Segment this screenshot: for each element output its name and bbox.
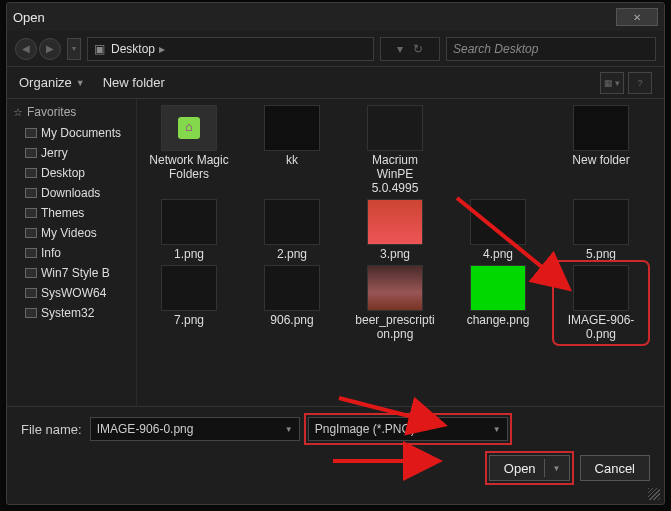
file-label: 7.png	[148, 311, 230, 327]
search-placeholder: Search Desktop	[453, 42, 538, 56]
file-label: kk	[251, 151, 333, 167]
nav-history-dropdown[interactable]: ▾	[67, 38, 81, 60]
file-item[interactable]: IMAGE-906-0.png	[557, 265, 645, 341]
file-thumbnail	[367, 265, 423, 311]
open-button[interactable]: Open ▼	[489, 455, 570, 481]
file-label: 5.png	[560, 245, 642, 261]
folder-icon	[25, 188, 37, 198]
file-thumbnail	[367, 105, 423, 151]
star-icon	[13, 105, 23, 119]
file-item[interactable]: beer_prescription.png	[351, 265, 439, 341]
close-button[interactable]: ✕	[616, 8, 658, 26]
folder-icon	[25, 308, 37, 318]
sidebar-item[interactable]: System32	[13, 303, 136, 323]
file-item[interactable]: change.png	[454, 265, 542, 341]
folder-icon	[25, 268, 37, 278]
folder-icon	[25, 288, 37, 298]
file-item[interactable]: 3.png	[351, 199, 439, 261]
folder-icon	[25, 248, 37, 258]
file-label: 906.png	[251, 311, 333, 327]
file-list[interactable]: ⌂Network Magic FolderskkMacrium WinPE 5.…	[137, 99, 664, 406]
main-area: Favorites My DocumentsJerryDesktopDownlo…	[7, 99, 664, 406]
filetype-select[interactable]: PngImage (*.PNG) ▼	[308, 417, 508, 441]
cancel-button[interactable]: Cancel	[580, 455, 650, 481]
file-label: IMAGE-906-0.png	[560, 311, 642, 341]
file-thumbnail	[264, 199, 320, 245]
file-thumbnail	[367, 199, 423, 245]
chevron-right-icon: ▸	[159, 42, 165, 56]
file-item[interactable]: 1.png	[145, 199, 233, 261]
file-label: Network Magic Folders	[148, 151, 230, 181]
view-mode-button[interactable]: ▦ ▾	[600, 72, 624, 94]
file-item[interactable]: 906.png	[248, 265, 336, 341]
chevron-down-icon: ▼	[76, 78, 85, 88]
file-thumbnail: ⌂	[161, 105, 217, 151]
folder-icon	[25, 168, 37, 178]
file-thumbnail	[573, 265, 629, 311]
breadcrumb-location: Desktop	[111, 42, 155, 56]
open-file-dialog: Open ✕ ◀ ▶ ▾ ▣ Desktop ▸ ▾↻ Search Deskt…	[6, 2, 665, 505]
folder-icon	[25, 148, 37, 158]
path-refresh[interactable]: ▾↻	[380, 37, 440, 61]
sidebar-item[interactable]: Downloads	[13, 183, 136, 203]
file-thumbnail	[161, 265, 217, 311]
file-item[interactable]: Macrium WinPE 5.0.4995	[351, 105, 439, 195]
sidebar-item[interactable]: My Videos	[13, 223, 136, 243]
nav-forward-button[interactable]: ▶	[39, 38, 61, 60]
file-item[interactable]: 2.png	[248, 199, 336, 261]
chevron-down-icon: ▼	[553, 464, 561, 473]
sidebar-item[interactable]: SysWOW64	[13, 283, 136, 303]
file-label: 1.png	[148, 245, 230, 261]
file-label: Macrium WinPE 5.0.4995	[354, 151, 436, 195]
view-controls: ▦ ▾ ?	[600, 72, 652, 94]
folder-icon: ▣	[94, 42, 105, 56]
new-folder-button[interactable]: New folder	[103, 75, 165, 90]
file-label: New folder	[560, 151, 642, 167]
file-label: beer_prescription.png	[354, 311, 436, 341]
chevron-down-icon: ▼	[493, 425, 501, 434]
breadcrumb[interactable]: ▣ Desktop ▸	[87, 37, 374, 61]
file-thumbnail	[264, 105, 320, 151]
file-thumbnail	[573, 199, 629, 245]
file-label: 4.png	[457, 245, 539, 261]
file-label: 2.png	[251, 245, 333, 261]
sidebar: Favorites My DocumentsJerryDesktopDownlo…	[7, 99, 137, 406]
file-item[interactable]: ⌂Network Magic Folders	[145, 105, 233, 195]
sidebar-item[interactable]: Desktop	[13, 163, 136, 183]
file-thumbnail	[264, 265, 320, 311]
file-thumbnail	[573, 105, 629, 151]
file-thumbnail	[161, 199, 217, 245]
sidebar-item[interactable]: Themes	[13, 203, 136, 223]
nav-bar: ◀ ▶ ▾ ▣ Desktop ▸ ▾↻ Search Desktop	[7, 31, 664, 67]
filename-input[interactable]: IMAGE-906-0.png ▼	[90, 417, 300, 441]
chevron-down-icon: ▼	[285, 425, 293, 434]
folder-icon	[25, 208, 37, 218]
sidebar-header-favorites[interactable]: Favorites	[13, 105, 136, 119]
organize-menu[interactable]: Organize ▼	[19, 75, 85, 90]
help-button[interactable]: ?	[628, 72, 652, 94]
filename-label: File name:	[21, 422, 82, 437]
search-input[interactable]: Search Desktop	[446, 37, 656, 61]
file-label: 3.png	[354, 245, 436, 261]
sidebar-item[interactable]: Info	[13, 243, 136, 263]
nav-buttons: ◀ ▶	[15, 38, 61, 60]
folder-icon	[25, 128, 37, 138]
file-label: change.png	[457, 311, 539, 327]
file-thumbnail	[470, 265, 526, 311]
resize-grip[interactable]	[648, 488, 660, 500]
window-title: Open	[13, 10, 45, 25]
toolbar: Organize ▼ New folder ▦ ▾ ?	[7, 67, 664, 99]
file-item[interactable]: 7.png	[145, 265, 233, 341]
sidebar-item[interactable]: My Documents	[13, 123, 136, 143]
file-thumbnail	[470, 199, 526, 245]
file-item[interactable]: 5.png	[557, 199, 645, 261]
file-item[interactable]: kk	[248, 105, 336, 195]
titlebar: Open ✕	[7, 3, 664, 31]
nav-back-button[interactable]: ◀	[15, 38, 37, 60]
folder-icon	[25, 228, 37, 238]
footer: File name: IMAGE-906-0.png ▼ PngImage (*…	[7, 406, 664, 489]
file-item[interactable]: 4.png	[454, 199, 542, 261]
file-item[interactable]: New folder	[557, 105, 645, 195]
sidebar-item[interactable]: Win7 Style B	[13, 263, 136, 283]
sidebar-item[interactable]: Jerry	[13, 143, 136, 163]
